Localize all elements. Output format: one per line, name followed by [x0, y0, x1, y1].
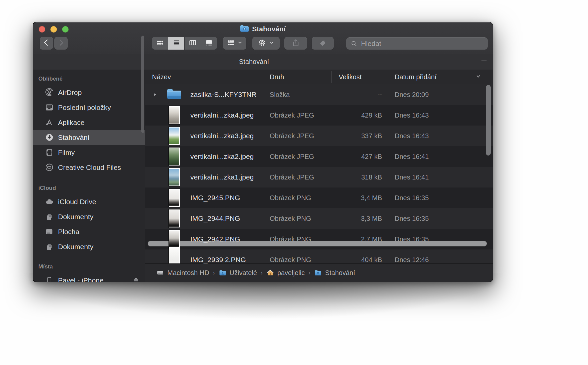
- movies-icon: [45, 148, 54, 157]
- file-kind: Obrázek PNG: [270, 249, 311, 263]
- file-name: vertikalni...zka4.jpeg: [190, 105, 254, 126]
- file-size: 318 kB: [315, 167, 382, 187]
- file-name: vertikalni...zka3.jpeg: [190, 126, 254, 146]
- file-row[interactable]: IMG_2944.PNG Obrázek PNG 3,3 MB Dnes 16:…: [145, 208, 493, 229]
- arrange-button[interactable]: [223, 37, 246, 50]
- new-tab-button[interactable]: [475, 54, 493, 70]
- file-name: vertikalni...zka1.jpeg: [190, 167, 254, 187]
- file-name: IMG_2942.PNG: [190, 229, 240, 249]
- search-input[interactable]: [360, 39, 488, 48]
- eject-icon[interactable]: [133, 276, 139, 282]
- breadcrumb-separator: ›: [213, 269, 215, 276]
- sort-direction-icon[interactable]: [475, 73, 482, 81]
- documents-icon: [45, 212, 54, 221]
- back-button[interactable]: [40, 37, 53, 50]
- sidebar: Oblíbené AirDrop Poslední položky Aplika…: [33, 70, 145, 282]
- file-row[interactable]: zasilka-S...KFY3TNR Složka -- Dnes 20:09: [145, 84, 493, 105]
- file-list: Název Druh Velikost Datum přidání zasilk…: [145, 70, 493, 263]
- creative-cloud-icon: [45, 163, 54, 172]
- sidebar-item-movies[interactable]: Filmy: [33, 145, 145, 160]
- column-divider[interactable]: [331, 71, 332, 83]
- breadcrumb-item[interactable]: paveljelic: [266, 269, 305, 277]
- column-header-kind[interactable]: Druh: [270, 70, 284, 84]
- file-kind: Obrázek JPEG: [270, 126, 314, 146]
- sidebar-item-recents[interactable]: Poslední položky: [33, 100, 145, 115]
- file-row[interactable]: vertikalni...zka2.jpeg Obrázek JPEG 427 …: [145, 146, 493, 167]
- sidebar-item-desktop[interactable]: Plocha: [33, 224, 145, 239]
- sidebar-item-icloud[interactable]: iCloud Drive: [33, 194, 145, 209]
- file-row[interactable]: IMG_2945.PNG Obrázek PNG 3,4 MB Dnes 16:…: [145, 187, 493, 208]
- breadcrumb-label: paveljelic: [277, 269, 305, 277]
- thumb-forest-icon: [169, 148, 180, 166]
- sidebar-item-applications[interactable]: Aplikace: [33, 115, 145, 130]
- file-name: IMG_2944.PNG: [190, 208, 240, 229]
- file-kind: Obrázek JPEG: [270, 105, 314, 126]
- sidebar-scrollbar[interactable]: [141, 36, 144, 133]
- breadcrumb-item[interactable]: Macintosh HD: [156, 269, 209, 277]
- sidebar-item-documents[interactable]: Dokumenty: [33, 239, 145, 254]
- thumb-mountain-icon: [169, 127, 180, 145]
- sidebar-section-label: Místa: [33, 261, 145, 272]
- gear-icon: [258, 38, 267, 49]
- list-header: Název Druh Velikost Datum přidání: [145, 70, 493, 85]
- tag-icon: [318, 38, 327, 48]
- sidebar-item-iphone[interactable]: Pavel - iPhone: [33, 273, 145, 282]
- thumb-doc-icon: [169, 247, 180, 263]
- file-kind: Složka: [270, 84, 290, 105]
- column-header-size[interactable]: Velikost: [339, 70, 362, 84]
- sidebar-item-label: Aplikace: [58, 119, 84, 127]
- column-view-button[interactable]: [185, 37, 201, 50]
- sidebar-item-creative-cloud[interactable]: Creative Cloud Files: [33, 160, 145, 175]
- tab-stahovani[interactable]: Stahování: [33, 54, 475, 70]
- column-header-name[interactable]: Název: [152, 70, 171, 84]
- column-header-date-added[interactable]: Datum přidání: [395, 70, 437, 84]
- desktop-icon: [45, 227, 54, 236]
- share-button[interactable]: [284, 37, 307, 50]
- iphone-icon: [45, 276, 54, 282]
- gallery-view-button[interactable]: [201, 37, 217, 50]
- file-name: zasilka-S...KFY3TNR: [190, 84, 256, 105]
- file-row[interactable]: vertikalni...zka4.jpeg Obrázek JPEG 429 …: [145, 105, 493, 126]
- sidebar-item-airdrop[interactable]: AirDrop: [33, 85, 145, 100]
- column-divider[interactable]: [390, 71, 390, 83]
- sidebar-item-label: Creative Cloud Files: [58, 164, 121, 172]
- thumb-shot1-icon: [169, 189, 180, 207]
- file-row[interactable]: vertikalni...zka3.jpeg Obrázek JPEG 337 …: [145, 126, 493, 146]
- file-row[interactable]: vertikalni...zka1.jpeg Obrázek JPEG 318 …: [145, 167, 493, 187]
- vertical-scrollbar[interactable]: [486, 85, 491, 156]
- icon-view-button[interactable]: [152, 37, 168, 50]
- forward-button[interactable]: [54, 37, 68, 50]
- file-size: 404 kB: [315, 249, 382, 263]
- thumb-lake-icon: [169, 168, 180, 186]
- file-kind: Obrázek PNG: [270, 208, 311, 229]
- search-field[interactable]: [346, 37, 488, 50]
- sidebar-item-downloads[interactable]: Stahování: [33, 130, 145, 145]
- sidebar-item-label: Pavel - iPhone: [58, 276, 104, 282]
- applications-icon: [45, 118, 54, 127]
- file-kind: Obrázek JPEG: [270, 146, 314, 167]
- breadcrumb-item[interactable]: Stahování: [314, 269, 355, 277]
- window-title-text: Stahování: [252, 25, 285, 33]
- tab-bar: Stahování: [33, 54, 493, 70]
- titlebar: Stahování: [33, 22, 493, 54]
- file-rows: zasilka-S...KFY3TNR Složka -- Dnes 20:09…: [145, 84, 493, 263]
- file-kind: Obrázek JPEG: [270, 167, 314, 187]
- sidebar-item-label: Poslední položky: [58, 104, 111, 112]
- view-mode-control: [152, 37, 217, 50]
- column-divider[interactable]: [263, 71, 263, 83]
- file-row[interactable]: IMG_2939 2.PNG Obrázek PNG 404 kB Dnes 1…: [145, 249, 493, 263]
- sidebar-item-label: AirDrop: [58, 89, 82, 97]
- list-view-button[interactable]: [168, 37, 185, 50]
- plus-icon: [480, 57, 488, 66]
- file-date-added: Dnes 16:43: [395, 105, 429, 126]
- path-bar: Macintosh HD› Uživatelé› paveljelic› Sta…: [145, 263, 493, 282]
- disclosure-triangle-icon[interactable]: [150, 84, 159, 105]
- file-date-added: Dnes 16:41: [395, 146, 429, 167]
- sidebar-item-documents[interactable]: Dokumenty: [33, 209, 145, 224]
- action-button[interactable]: [252, 37, 280, 50]
- folder-icon: [167, 88, 182, 102]
- tag-button[interactable]: [312, 37, 334, 50]
- file-kind: Obrázek PNG: [270, 229, 311, 249]
- breadcrumb-item[interactable]: Uživatelé: [219, 269, 257, 277]
- file-date-added: Dnes 16:35: [395, 229, 429, 249]
